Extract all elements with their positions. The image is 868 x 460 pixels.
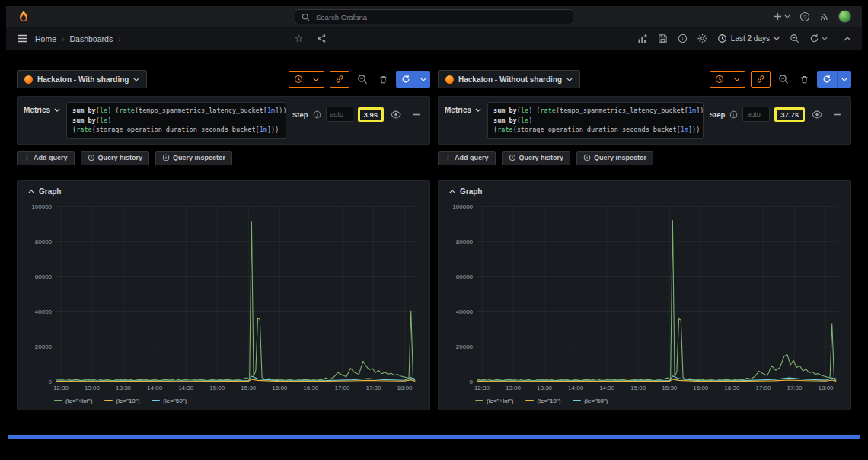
breadcrumb: Home › Dashboards › <box>35 34 121 43</box>
add-query-button[interactable]: Add query <box>17 151 75 165</box>
pane-title-select[interactable]: Hackaton - With sharding <box>17 70 147 88</box>
legend-item[interactable]: (le="+Inf") <box>54 398 92 404</box>
refresh-dashboard-button[interactable] <box>809 34 828 43</box>
bottom-accent-bar <box>8 435 860 439</box>
user-avatar[interactable] <box>838 10 851 23</box>
zoom-out-icon <box>790 34 799 43</box>
chevron-up-icon <box>449 190 455 193</box>
history-icon <box>88 154 95 161</box>
svg-text:16:00: 16:00 <box>272 385 288 391</box>
minus-icon <box>412 110 420 119</box>
dashboard-info-button[interactable]: i <box>678 34 688 43</box>
pane-title-select[interactable]: Hackaton - Without sharding <box>438 70 580 88</box>
add-panel-button[interactable] <box>637 34 648 44</box>
zoom-out-icon <box>357 74 368 85</box>
query-editor[interactable]: sum by(le) (rate(tempo_spanmetrics_laten… <box>487 102 704 139</box>
svg-text:16:30: 16:30 <box>303 385 319 391</box>
step-input[interactable] <box>742 107 770 122</box>
datasource-picker-label: Metrics <box>445 106 471 114</box>
refresh-icon <box>809 34 819 43</box>
query-editor[interactable]: sum by(le) (rate(tempo_spanmetrics_laten… <box>66 102 286 139</box>
svg-text:16:00: 16:00 <box>693 385 709 391</box>
breadcrumb-dashboards[interactable]: Dashboards <box>70 34 113 43</box>
legend-item[interactable]: (le="+Inf") <box>475 398 513 404</box>
nav-right-icons: ? <box>774 10 851 23</box>
legend-item[interactable]: (le="10") <box>525 398 560 404</box>
collapse-query-button[interactable] <box>408 106 423 123</box>
copy-link-button[interactable] <box>751 71 771 88</box>
graph-legend: (le="+Inf")(le="10")(le="50") <box>475 398 844 404</box>
query-actions: Add query Query history i Query inspecto… <box>17 151 430 165</box>
graph-legend: (le="+Inf")(le="10")(le="50") <box>54 398 423 404</box>
sync-times-button[interactable] <box>289 71 324 88</box>
help-button[interactable]: ? <box>799 11 810 22</box>
collapse-toolbar-button[interactable] <box>844 37 851 41</box>
graph-section-toggle[interactable]: Graph <box>449 187 844 196</box>
preview-toggle-button[interactable] <box>809 106 825 123</box>
chevron-up-icon <box>844 37 851 41</box>
graph-chart[interactable]: 02000040000600008000010000012:3013:0013:… <box>24 200 423 395</box>
rss-icon <box>819 11 829 21</box>
legend-item[interactable]: (le="10") <box>104 398 139 404</box>
sync-times-dropdown[interactable] <box>729 72 745 87</box>
save-icon <box>658 34 668 43</box>
breadcrumb-home[interactable]: Home <box>35 34 56 43</box>
time-range-picker[interactable]: Last 2 days <box>717 34 780 43</box>
query-inspector-button[interactable]: i Query inspector <box>576 151 653 165</box>
chevron-down-icon <box>420 78 426 81</box>
graph-section-toggle[interactable]: Graph <box>28 187 423 196</box>
add-query-button[interactable]: Add query <box>438 151 496 165</box>
run-query-interval-dropdown[interactable] <box>837 71 851 88</box>
run-query-interval-dropdown[interactable] <box>416 71 430 88</box>
plus-icon <box>445 155 452 161</box>
eye-icon <box>812 110 822 119</box>
grafana-logo-icon[interactable] <box>17 10 30 24</box>
datasource-picker[interactable]: Metrics <box>445 102 481 114</box>
news-button[interactable] <box>819 11 829 21</box>
remove-pane-button[interactable] <box>796 71 812 88</box>
zoom-out-range-button[interactable] <box>776 71 791 88</box>
sync-times-button[interactable] <box>710 71 745 88</box>
run-query-button[interactable] <box>817 71 851 88</box>
add-panel-icon <box>637 34 648 44</box>
search-input[interactable] <box>314 12 566 22</box>
top-nav: ? <box>6 6 862 27</box>
dashboard-actions-left: ☆ <box>295 34 327 43</box>
query-history-button[interactable]: Query history <box>81 151 150 165</box>
save-dashboard-button[interactable] <box>658 34 668 43</box>
step-input[interactable] <box>326 107 353 122</box>
explore-pane-left: Hackaton - With sharding <box>17 70 430 454</box>
datasource-picker[interactable]: Metrics <box>24 102 60 114</box>
link-icon <box>330 72 349 87</box>
query-inspector-button[interactable]: i Query inspector <box>155 151 232 165</box>
graph-panel: Graph 02000040000600008000010000012:3013… <box>438 180 851 410</box>
legend-series-color <box>104 400 113 401</box>
info-circle-icon: i <box>583 154 591 161</box>
new-menu-button[interactable] <box>774 12 790 21</box>
dashboard-settings-button[interactable] <box>697 34 707 43</box>
svg-text:60000: 60000 <box>456 273 474 280</box>
share-button[interactable] <box>317 34 327 43</box>
zoom-out-range-button[interactable] <box>355 71 370 88</box>
favorite-button[interactable]: ☆ <box>295 34 304 43</box>
remove-pane-button[interactable] <box>375 71 391 88</box>
svg-text:14:00: 14:00 <box>568 385 584 391</box>
svg-text:15:00: 15:00 <box>209 385 225 391</box>
legend-item[interactable]: (le="50") <box>152 398 187 404</box>
graph-title: Graph <box>39 187 61 196</box>
legend-item[interactable]: (le="50") <box>573 398 608 404</box>
svg-text:100000: 100000 <box>31 203 52 210</box>
svg-text:0: 0 <box>470 379 474 385</box>
plus-icon <box>24 155 30 161</box>
preview-toggle-button[interactable] <box>388 106 404 123</box>
collapse-query-button[interactable] <box>829 106 844 123</box>
svg-text:i: i <box>165 155 167 160</box>
copy-link-button[interactable] <box>330 71 349 88</box>
run-query-button[interactable] <box>396 71 430 88</box>
query-history-button[interactable]: Query history <box>502 151 571 165</box>
svg-text:12:30: 12:30 <box>474 385 490 391</box>
sync-times-dropdown[interactable] <box>308 72 324 87</box>
zoom-out-time-button[interactable] <box>790 34 799 43</box>
graph-chart[interactable]: 02000040000600008000010000012:3013:0013:… <box>445 200 844 395</box>
menu-toggle-button[interactable] <box>17 34 27 43</box>
